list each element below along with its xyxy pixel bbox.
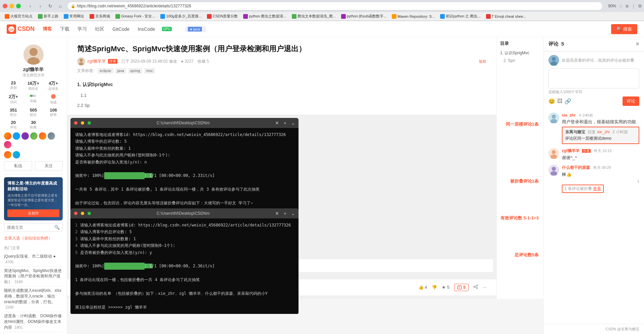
comment-text-1: 用户登录和退出，很基础很实用的功能 — [562, 119, 639, 125]
hot-article-4[interactable]: 进度条：计时函数、DOM操作修改html属性、DOM操作修改文本内容 1801 — [4, 312, 63, 332]
badge-7 — [4, 141, 11, 148]
toc-sidebar: 目录 1. 认识SprigMvc 2. Spri — [496, 37, 543, 299]
zoom-level: 90% — [608, 4, 616, 8]
nav-blog[interactable]: 博客 — [41, 25, 53, 34]
comment-count-btn[interactable]: 5 — [454, 284, 469, 291]
section-1-1: 1.1 — [77, 91, 486, 99]
t1-line-3: 请输入最终中奖粉丝的数量: 1 — [75, 145, 294, 152]
t2-line-3: 请输入最终中奖粉丝的数量: 1 — [80, 236, 294, 242]
bookmark-emoji[interactable]: T Emoji cheat shee... — [484, 13, 528, 19]
stat-level: 等级 — [24, 94, 43, 105]
bookmark-crawler-text[interactable]: 爬虫文本数据清洗_爬... — [290, 13, 338, 19]
terminal-2-close[interactable]: ✕ — [275, 211, 279, 216]
terminal-2-body: 12345 请输入者博客地址或者博客id: https://blog.csdn.… — [70, 218, 299, 314]
home-btn[interactable]: ⌂ — [56, 2, 64, 10]
address-bar[interactable]: 🔒 https://blog.csdn.net/weixin_45686922/… — [67, 2, 603, 10]
author-tag-badge: 作者 — [582, 149, 591, 153]
collection-section[interactable]: 文章入选（全站综合热榜） — [4, 234, 63, 243]
reload-btn[interactable]: ↻ — [46, 2, 54, 10]
stat-sub: 等级 — [44, 94, 63, 105]
user-school: 淮北师范大学 — [4, 73, 63, 78]
star-btn[interactable]: ★ 5 — [442, 285, 449, 290]
svg-point-20 — [476, 285, 478, 286]
browser-chrome: ‹ › ↻ ⌂ 🔒 https://blog.csdn.net/weixin_4… — [0, 0, 644, 21]
toc-item-1[interactable]: 1. 认识SprigMvc — [500, 49, 540, 57]
bookmark-greasyfork[interactable]: Greasy Fork - 安全... — [113, 13, 157, 19]
user-stats2: 2万+ 访问 等级 — [4, 94, 63, 105]
terminal-1-close[interactable]: ✕ — [275, 120, 279, 126]
follow-btn[interactable]: 关注 — [35, 161, 63, 171]
tag-mvc[interactable]: mvc — [144, 68, 155, 74]
nav-community[interactable]: 社区 — [94, 25, 106, 34]
comment-close-btn[interactable]: × — [636, 41, 639, 48]
svg-point-22 — [476, 287, 478, 289]
bookmark-huohu[interactable]: 火狐官方站点 — [3, 13, 35, 19]
hot-article-1[interactable]: jQuery实现省、市二级联动 ● 4705 — [4, 252, 63, 267]
tag-spring[interactable]: spring — [128, 68, 142, 74]
hot-article-5[interactable]: Eclipse用JSP、JSTL+EI做标式、servlet、MySQL数据库写… — [4, 332, 63, 334]
back-btn[interactable]: ‹ — [26, 2, 34, 10]
link-icon[interactable]: 🔗 — [565, 98, 571, 105]
hot-article-2[interactable]: 简述SprigMvc、SprigMvc快速使用案例（用户登录检测和用户退出） 3… — [4, 267, 63, 286]
svg-point-26 — [552, 57, 556, 61]
like-btn[interactable]: 👍 4 — [418, 285, 427, 290]
bookmark-newuser[interactable]: 新手上路 — [36, 13, 60, 19]
more-btn[interactable]: ··· — [483, 285, 486, 290]
page-wrapper: CS CSDN 博客 下载 学习 社区 GitCode InsCode GPU … — [0, 21, 644, 334]
promo-create-btn[interactable]: 去创作 — [7, 209, 59, 217]
bookmark-100g[interactable]: 100g是多少_百度搜... — [158, 13, 204, 19]
bookmark-python-crawler2[interactable]: 初识python 之 爬虫... — [438, 13, 482, 19]
emoji-icon[interactable]: 😊 — [548, 98, 555, 105]
bookmark-common[interactable]: 常用网址 — [62, 13, 86, 19]
terminal-2-plus[interactable]: + — [284, 211, 286, 216]
folded-tip[interactable]: 1 条评论被折叠 查看 — [562, 185, 604, 193]
csdn-nav: 博客 下载 学习 社区 GitCode InsCode GPU — [41, 25, 172, 34]
bookmark-python-sub[interactable]: python 的sub函数数字... — [339, 13, 388, 19]
private-msg-btn[interactable]: 私信 — [4, 161, 32, 171]
bookmark-jd[interactable]: 京东商城 — [88, 13, 112, 19]
article-meta: zgl懒羊羊 作者 已于 2023-09-09 15:48:02 修改 ● 32… — [77, 57, 486, 65]
t1-blank3 — [75, 193, 294, 199]
stat-fans: 505 粉丝 — [24, 108, 43, 117]
nav-gitcode[interactable]: GitCode — [111, 25, 131, 33]
bookmark-csdn-quality[interactable]: CSDN质量分数 — [205, 13, 240, 19]
forward-btn[interactable]: › — [36, 2, 44, 10]
sidebar-search-icon[interactable]: 🔍 — [54, 225, 60, 230]
toc-item-2[interactable]: 2. Spri — [500, 57, 540, 65]
menu-icon[interactable]: ⋮ — [631, 4, 636, 9]
nav-inscode[interactable]: InsCode — [136, 25, 156, 33]
bookmark-icon[interactable]: ☆ — [619, 4, 623, 9]
bookmark-maven[interactable]: Maven Repository: S... — [390, 13, 437, 19]
sidebar-search-input[interactable] — [7, 225, 54, 230]
share-btn[interactable] — [473, 284, 478, 290]
tag-java[interactable]: java — [115, 68, 126, 74]
article-header: 简述SprigMvc、SprigMvc快速使用案例（用户登录检测和用户退出） z… — [67, 37, 496, 77]
hot-article-3[interactable]: 随机生成数据入excel的xls、xlsx表格，数据导入oracle，输出ora… — [4, 286, 63, 312]
csdn-logo[interactable]: CS CSDN — [7, 24, 35, 34]
user-name: zgl懒羊羊 — [4, 67, 63, 73]
extensions-icon[interactable]: ⊞ — [626, 4, 629, 8]
search-button[interactable]: 🔍 搜索 — [611, 24, 637, 34]
close-window-btn[interactable] — [3, 4, 7, 8]
terminal-2-menu[interactable]: ⌄ — [291, 211, 295, 216]
author-name-text[interactable]: zgl懒羊羊 — [87, 58, 106, 64]
t2-result1: 1 条评论出现在同一楼，包括被折叠的一共 4 条评论参与了此次抽奖 — [75, 276, 294, 283]
meta-author: zgl懒羊羊 作者 — [77, 57, 117, 65]
nav-download[interactable]: 下载 — [59, 25, 71, 34]
nav-learn[interactable]: 学习 — [76, 25, 88, 34]
minimize-window-btn[interactable] — [9, 4, 14, 8]
comment-like-count[interactable]: 1 — [637, 179, 639, 183]
dislike-btn[interactable]: 👎 — [432, 285, 437, 290]
svg-point-16 — [88, 212, 91, 215]
maximize-window-btn[interactable] — [16, 4, 21, 8]
tag-eclipse[interactable]: eclipse — [98, 68, 113, 74]
window-restore-icon[interactable]: ⧉ — [638, 3, 641, 9]
submit-comment-btn[interactable]: 评论 — [623, 96, 639, 106]
t2-numbered-block: 12345 请输入者博客地址或者博客id: https://blog.csdn.… — [75, 222, 294, 256]
bookmark-python-spider[interactable]: python 爬虫之数据清... — [241, 13, 288, 19]
terminal-1-menu[interactable]: ⌄ — [291, 120, 295, 126]
rights-btn[interactable]: 版权 — [479, 59, 486, 64]
comment-textarea[interactable] — [548, 68, 639, 88]
terminal-1-plus[interactable]: + — [284, 120, 286, 126]
image-icon[interactable]: 🖼 — [557, 98, 562, 104]
